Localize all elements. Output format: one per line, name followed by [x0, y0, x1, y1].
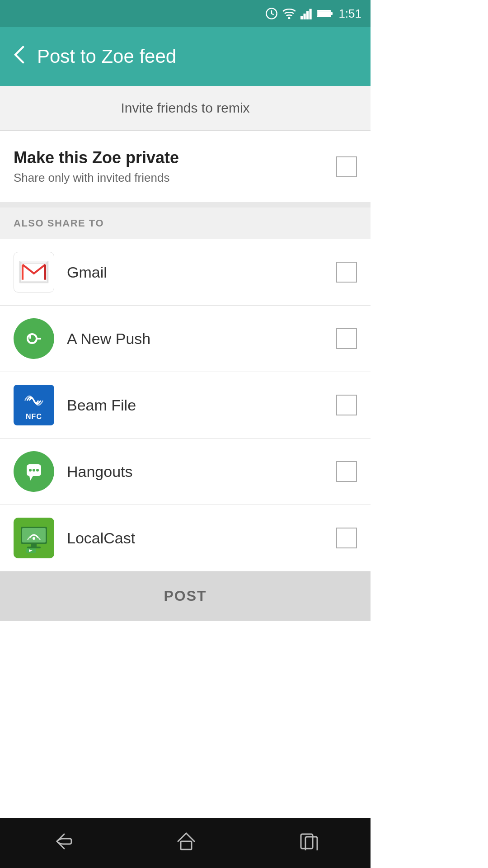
anewpush-checkbox[interactable]: [336, 328, 357, 349]
invite-button[interactable]: Invite friends to remix: [14, 94, 357, 122]
invite-section: Invite friends to remix: [0, 86, 371, 131]
app-bar: Post to Zoe feed: [0, 27, 371, 86]
private-section: Make this Zoe private Share only with in…: [0, 131, 371, 208]
svg-point-1: [288, 17, 291, 19]
share-item-localcast[interactable]: LocalCast: [0, 505, 371, 571]
svg-rect-30: [27, 547, 41, 548]
hangouts-icon: [14, 451, 54, 492]
svg-rect-29: [31, 544, 37, 547]
gmail-label: Gmail: [67, 264, 107, 281]
gmail-icon: [14, 252, 54, 292]
share-item-gmail[interactable]: Gmail: [0, 239, 371, 306]
also-share-label: ALSO SHARE TO: [0, 208, 371, 239]
localcast-label: LocalCast: [67, 529, 135, 547]
clock-icon: [265, 7, 278, 20]
hangouts-checkbox[interactable]: [336, 461, 357, 482]
private-checkbox[interactable]: [336, 156, 357, 177]
svg-point-23: [33, 469, 35, 472]
svg-point-28: [33, 537, 35, 540]
status-bar: 1:51: [0, 0, 371, 27]
share-item-left-localcast: LocalCast: [14, 518, 135, 558]
svg-rect-33: [181, 841, 192, 849]
share-item-left-beamfile: NFC Beam File: [14, 385, 136, 425]
share-list: Gmail A New Push: [0, 239, 371, 571]
share-item-left-gmail: Gmail: [14, 252, 107, 292]
svg-rect-3: [304, 14, 306, 19]
localcast-icon: [14, 518, 54, 558]
nav-back-button[interactable]: [52, 832, 73, 854]
hangouts-label: Hangouts: [67, 463, 133, 481]
back-button[interactable]: [14, 46, 26, 68]
svg-rect-5: [310, 9, 312, 19]
share-item-left-hangouts: Hangouts: [14, 451, 133, 492]
private-text: Make this Zoe private Share only with in…: [14, 148, 179, 185]
pushbullet-icon: [14, 318, 54, 359]
share-item-hangouts[interactable]: Hangouts: [0, 439, 371, 505]
svg-rect-4: [306, 11, 309, 19]
svg-rect-2: [300, 16, 303, 19]
post-section: POST: [0, 571, 371, 621]
svg-rect-7: [318, 11, 330, 16]
beamfile-checkbox[interactable]: [336, 395, 357, 415]
nav-home-button[interactable]: [176, 831, 196, 855]
post-button[interactable]: POST: [14, 588, 357, 604]
status-time: 1:51: [338, 7, 361, 21]
nav-recents-button[interactable]: [299, 832, 319, 854]
share-item-left-anewpush: A New Push: [14, 318, 150, 359]
gmail-checkbox[interactable]: [336, 262, 357, 283]
svg-point-24: [36, 469, 39, 472]
anewpush-label: A New Push: [67, 330, 150, 348]
nfc-icon: NFC: [14, 385, 54, 425]
status-icons: [265, 7, 333, 20]
battery-icon: [317, 9, 333, 19]
signal-icon: [300, 8, 312, 19]
localcast-checkbox[interactable]: [336, 528, 357, 548]
wifi-icon: [282, 8, 296, 19]
beamfile-label: Beam File: [67, 396, 136, 414]
share-item-anewpush[interactable]: A New Push: [0, 306, 371, 372]
share-item-beamfile[interactable]: NFC Beam File: [0, 372, 371, 439]
app-title: Post to Zoe feed: [37, 46, 176, 67]
private-subtitle: Share only with invited friends: [14, 171, 179, 185]
private-title: Make this Zoe private: [14, 148, 179, 167]
nav-bar: [0, 818, 371, 868]
svg-rect-8: [331, 12, 333, 15]
svg-point-22: [29, 469, 32, 472]
svg-point-14: [21, 326, 47, 351]
